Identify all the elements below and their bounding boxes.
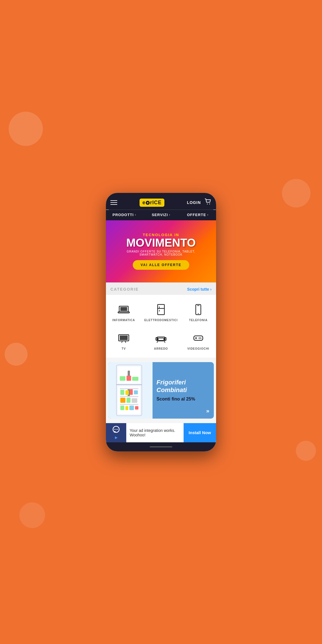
phone-icon [192, 303, 204, 316]
hamburger-line [110, 202, 117, 203]
promo-heading: Frigoriferi Combinati [156, 379, 210, 394]
category-label-elettrodomestici: ELETTRODOMESTICI [144, 319, 178, 322]
logo-icon [146, 201, 150, 205]
svg-rect-33 [128, 371, 130, 376]
promo-arrow-icon: » [206, 408, 209, 414]
svg-rect-49 [125, 406, 128, 410]
status-bar [106, 193, 216, 195]
svg-line-20 [157, 341, 158, 343]
svg-point-54 [116, 429, 117, 430]
subnav-label-servizi: SERVIZI [152, 213, 168, 217]
ad-bar: ▶ Your ad integration works. Woohoo! Ins… [106, 423, 216, 442]
svg-point-27 [200, 338, 201, 339]
gamepad-icon [192, 332, 204, 344]
svg-rect-50 [129, 406, 134, 410]
laptop-icon [118, 303, 130, 316]
cart-icon[interactable] [205, 199, 212, 206]
svg-rect-37 [132, 377, 138, 381]
category-label-arredo: ARREDO [154, 347, 168, 350]
banner-title-large: MOVIMENTO [126, 237, 196, 248]
nav-right: LOGIN [187, 199, 212, 206]
banner-content: TECNOLOGIA in MOVIMENTO GRANDI OFFERTE S… [106, 220, 216, 282]
sofa-icon [155, 332, 167, 344]
svg-point-53 [114, 429, 115, 430]
svg-rect-43 [130, 389, 133, 395]
svg-rect-38 [120, 388, 138, 389]
svg-rect-17 [158, 338, 164, 340]
hamburger-line [110, 200, 117, 201]
ad-chat-icon [112, 426, 120, 435]
subnav-item-prodotti[interactable]: PRODOTTI › [106, 213, 143, 217]
svg-rect-13 [120, 336, 128, 340]
chevron-right-icon: › [135, 213, 136, 216]
logo-area[interactable]: erICE [140, 199, 164, 207]
svg-point-55 [117, 429, 118, 430]
hamburger-line [110, 204, 117, 205]
subnav-label-offerte: OFFERTE [187, 213, 206, 217]
category-label-informatica: INFORMATICA [112, 319, 135, 322]
bottom-bar [106, 442, 216, 451]
explore-all-button[interactable]: Scopri tutte › [187, 287, 212, 291]
tv-icon [118, 332, 130, 344]
chevron-right-icon: › [169, 213, 170, 216]
category-item-arredo[interactable]: ARREDO [142, 326, 180, 355]
svg-rect-36 [127, 376, 131, 381]
ad-text: Your ad integration works. Woohoo! [126, 428, 184, 437]
svg-rect-3 [120, 307, 127, 311]
category-item-elettrodomestici[interactable]: ELETTRODOMESTICI [142, 298, 180, 326]
banner-subtitle: GRANDI OFFERTE SU TELEFONIA, TABLET,SMAR… [127, 250, 195, 256]
screen: erICE LOGIN PRODOTTI › [106, 193, 216, 451]
svg-rect-35 [120, 376, 125, 381]
svg-point-25 [200, 337, 201, 338]
category-item-videogiochi[interactable]: VIDEOGIOCHI [180, 326, 216, 355]
install-now-button[interactable]: Install Now [184, 423, 216, 442]
subnav-item-servizi[interactable]: SERVIZI › [143, 213, 179, 217]
home-indicator [150, 446, 172, 447]
category-label-telefonia: TELEFONIA [189, 319, 208, 322]
svg-point-0 [207, 204, 208, 204]
categories-header: CATEGORIE Scopri tutte › [106, 282, 216, 295]
category-item-telefonia[interactable]: TELEFONIA [180, 298, 216, 326]
category-item-tv[interactable]: TV [106, 326, 142, 355]
promo-banner[interactable]: Frigoriferi Combinati Sconti fino al 25%… [108, 362, 214, 419]
hero-banner[interactable]: TECNOLOGIA in MOVIMENTO GRANDI OFFERTE S… [106, 220, 216, 282]
svg-line-21 [164, 341, 165, 343]
svg-rect-40 [120, 404, 138, 405]
logo-badge: erICE [140, 199, 164, 207]
svg-rect-44 [134, 390, 138, 394]
hamburger-menu[interactable] [110, 200, 117, 205]
ad-icon-area: ▶ [106, 423, 126, 442]
subnav-item-offerte[interactable]: OFFERTE › [179, 213, 216, 217]
svg-rect-4 [118, 312, 129, 313]
svg-rect-48 [120, 406, 124, 410]
ad-play-icon: ▶ [115, 436, 118, 440]
svg-rect-51 [135, 406, 138, 410]
categories-title: CATEGORIE [110, 287, 139, 291]
svg-point-26 [201, 338, 202, 338]
chevron-right-icon: › [210, 287, 212, 291]
login-button[interactable]: LOGIN [187, 200, 201, 205]
explore-all-label: Scopri tutte [187, 287, 209, 291]
svg-point-11 [198, 313, 199, 314]
banner-cta-button[interactable]: VAI ALLE OFFERTE [133, 260, 190, 270]
promo-image [108, 362, 153, 419]
svg-rect-5 [158, 304, 164, 315]
chevron-right-icon: › [207, 213, 208, 216]
svg-rect-39 [120, 396, 138, 397]
subnav: PRODOTTI › SERVIZI › OFFERTE › [106, 210, 216, 220]
phone-frame: erICE LOGIN PRODOTTI › [106, 193, 216, 451]
svg-rect-42 [125, 390, 129, 395]
svg-rect-41 [120, 390, 124, 395]
subnav-label-prodotti: PRODOTTI [112, 213, 134, 217]
category-item-informatica[interactable]: INFORMATICA [106, 298, 142, 326]
navbar: erICE LOGIN [106, 195, 216, 210]
svg-rect-47 [132, 398, 137, 403]
promo-subtext: Sconti fino al 25% [156, 397, 210, 402]
category-label-tv: TV [122, 347, 126, 350]
categories-grid: INFORMATICA ELETTRODOMESTICI [106, 295, 216, 358]
fridge-icon [155, 303, 167, 316]
svg-rect-45 [120, 398, 125, 403]
category-label-videogiochi: VIDEOGIOCHI [187, 347, 209, 350]
fridge-illustration [111, 362, 150, 419]
svg-point-1 [209, 204, 210, 204]
